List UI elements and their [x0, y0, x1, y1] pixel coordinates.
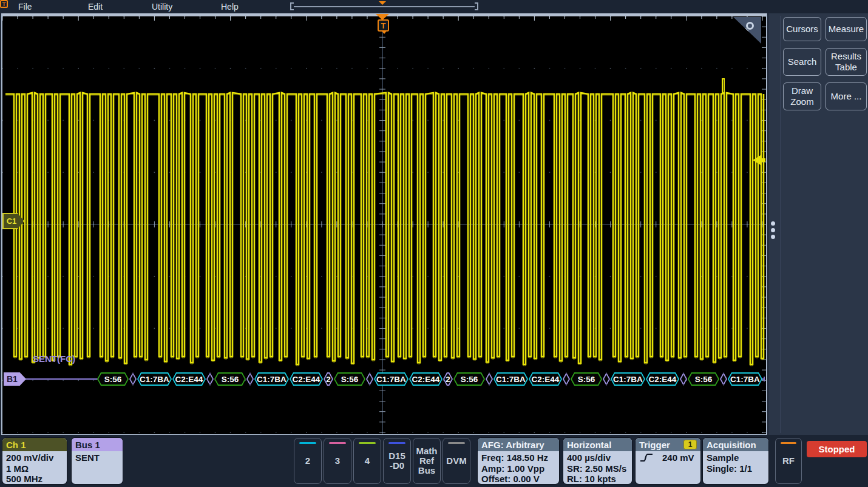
- trigger-indicator[interactable]: T: [378, 19, 389, 32]
- cursors-button[interactable]: Cursors: [783, 17, 821, 41]
- horizontal-info-line: 400 µs/div: [567, 452, 628, 463]
- trigger-badge-title: Trigger 1: [636, 438, 700, 451]
- bus-packet-s56[interactable]: S:56: [214, 372, 246, 386]
- bus-packet-s56[interactable]: S:56: [571, 372, 602, 386]
- bus-packet-c2e44[interactable]: C2:E44: [529, 372, 562, 386]
- trigger-position-arrow-icon[interactable]: [379, 1, 386, 5]
- right-panel: Tektronix CursorsMeasureSearchResults Ta…: [768, 0, 868, 435]
- bus-packet-c2e44[interactable]: C2:E44: [409, 372, 442, 386]
- acquisition-badge-title: Acquisition: [703, 438, 768, 451]
- bus-packet-s56[interactable]: S:56: [453, 372, 485, 386]
- channel-color-line: [359, 442, 376, 444]
- draw-zoom-button[interactable]: Draw Zoom: [783, 82, 821, 110]
- bus1-badge-title: Bus 1: [72, 438, 123, 451]
- afg-info-line: Freq: 148.50 Hz: [481, 452, 555, 463]
- oscilloscope-screen: { "menu_bar": { "items": ["File", "Edit"…: [0, 0, 868, 487]
- channel-button-3[interactable]: 3: [324, 438, 351, 484]
- channel-button-4[interactable]: 4: [353, 438, 381, 484]
- trigger-position-marker[interactable]: T: [0, 0, 8, 8]
- menu-bar: FileEditUtilityHelp T: [0, 0, 868, 13]
- bus1-info-line: SENT: [75, 452, 119, 463]
- bus-packet-s56[interactable]: S:56: [97, 372, 129, 386]
- bus-packet-s56[interactable]: S:56: [688, 372, 719, 386]
- bus-packet-c2e44[interactable]: C2:E44: [646, 372, 679, 386]
- panel-drag-handle[interactable]: [771, 221, 775, 239]
- menu-help[interactable]: Help: [221, 2, 239, 12]
- channel-button-2[interactable]: 2: [294, 438, 322, 484]
- channel1-badge-title: Ch 1: [2, 438, 67, 451]
- magnifier-icon: [746, 22, 754, 30]
- afg-badge[interactable]: AFG: Arbitrary Freq: 148.50 HzAmp: 1.00 …: [478, 438, 559, 484]
- measure-button[interactable]: Measure: [826, 17, 867, 41]
- bus-packet-pause[interactable]: [680, 372, 687, 386]
- menu-utility[interactable]: Utility: [152, 2, 172, 12]
- bus-packet-c17ba[interactable]: C1:7BA: [493, 372, 528, 386]
- trigger-badge[interactable]: Trigger 1 240 mV: [636, 438, 700, 484]
- channel1-badge[interactable]: Ch 1 200 mV/div1 MΩ500 MHz: [2, 438, 67, 484]
- bus-packet-pause[interactable]: [603, 372, 610, 386]
- bus-packet-pause[interactable]: [563, 372, 570, 386]
- channel-color-line: [388, 442, 405, 444]
- bus-packet-pause[interactable]: [366, 372, 373, 386]
- channel-button-math-ref-bus[interactable]: Math Ref Bus: [413, 438, 441, 484]
- acquisition-info-line: Sample: [707, 452, 765, 463]
- waveform-display[interactable]: T C1 SENT(FC) B1 S:56C1:7BAC2:E44S:56C1:…: [1, 13, 767, 435]
- horizontal-position-right-bracket: [475, 2, 478, 10]
- horizontal-info-line: SR: 2.50 MS/s: [567, 463, 628, 474]
- status-bar: Ch 1 200 mV/div1 MΩ500 MHz Bus 1 SENT 23…: [0, 435, 868, 487]
- horizontal-badge-title: Horizontal: [563, 438, 632, 451]
- search-button[interactable]: Search: [783, 48, 821, 76]
- bus-packet-pause[interactable]: [486, 372, 493, 386]
- bus1-badge[interactable]: Bus 1 SENT: [72, 438, 123, 484]
- afg-badge-title: AFG: Arbitrary: [478, 438, 559, 451]
- bus-packet-c17ba[interactable]: C1:7BA: [728, 372, 762, 386]
- bus-signal-label: SENT(FC): [33, 354, 75, 364]
- horizontal-position-track[interactable]: [294, 6, 475, 7]
- menu-edit[interactable]: Edit: [88, 2, 103, 12]
- rising-edge-icon: [639, 452, 654, 463]
- results-table-button[interactable]: Results Table: [826, 48, 867, 76]
- bus-packet-pause[interactable]: [129, 372, 137, 386]
- bus-packet-c17ba[interactable]: C1:7BA: [137, 372, 172, 386]
- bus-packet-c17ba[interactable]: C1:7BA: [611, 372, 645, 386]
- trigger-source-chip: 1: [683, 440, 697, 449]
- channel-color-line: [299, 442, 316, 444]
- acquisition-badge[interactable]: Acquisition SampleSingle: 1/1: [703, 438, 768, 484]
- bus-packet-pause[interactable]: [206, 372, 214, 386]
- afg-info-line: Amp: 1.00 Vpp: [481, 463, 555, 474]
- bus-decode-row[interactable]: B1 S:56C1:7BAC2:E44S:56C1:7BAC2:E442S:56…: [2, 372, 766, 386]
- menu-file[interactable]: File: [18, 2, 32, 12]
- channel-color-line: [448, 442, 465, 444]
- bus-packet-s56[interactable]: S:56: [334, 372, 365, 386]
- channel-color-line: [329, 442, 346, 444]
- bus-packet-pause[interactable]: [246, 372, 254, 386]
- more-button[interactable]: More ...: [826, 82, 867, 110]
- acquisition-info-line: Single: 1/1: [707, 463, 765, 474]
- panel-separator: [781, 16, 781, 433]
- channel-button-d15-d0[interactable]: D15 -D0: [383, 438, 411, 484]
- bus1-marker[interactable]: B1: [4, 372, 26, 386]
- ch1-info-line: 500 MHz: [6, 474, 63, 484]
- bus-packet-pause[interactable]: [720, 372, 727, 386]
- bus-packet-c2e44[interactable]: C2:E44: [172, 372, 206, 386]
- bus-packet-2[interactable]: 2: [443, 372, 453, 386]
- rf-button[interactable]: RF: [775, 438, 802, 484]
- horizontal-info-line: RL: 10 kpts: [567, 474, 628, 484]
- bus-packet-c17ba[interactable]: C1:7BA: [374, 372, 409, 386]
- scope-graticule-and-waveform: [2, 16, 766, 434]
- stopped-run-state-button[interactable]: Stopped: [807, 441, 867, 457]
- horizontal-badge[interactable]: Horizontal 400 µs/divSR: 2.50 MS/sRL: 10…: [563, 438, 632, 484]
- bus-packet-c17ba[interactable]: C1:7BA: [254, 372, 289, 386]
- trigger-level: 240 mV: [662, 452, 694, 463]
- bus-packet-c2e44[interactable]: C2:E44: [290, 372, 323, 386]
- afg-info-line: Offset: 0.00 V: [481, 474, 555, 484]
- bus-packet-2[interactable]: 2: [324, 372, 333, 386]
- ch1-info-line: 200 mV/div: [6, 452, 63, 463]
- channel-button-dvm[interactable]: DVM: [442, 438, 470, 484]
- ch1-info-line: 1 MΩ: [6, 463, 63, 474]
